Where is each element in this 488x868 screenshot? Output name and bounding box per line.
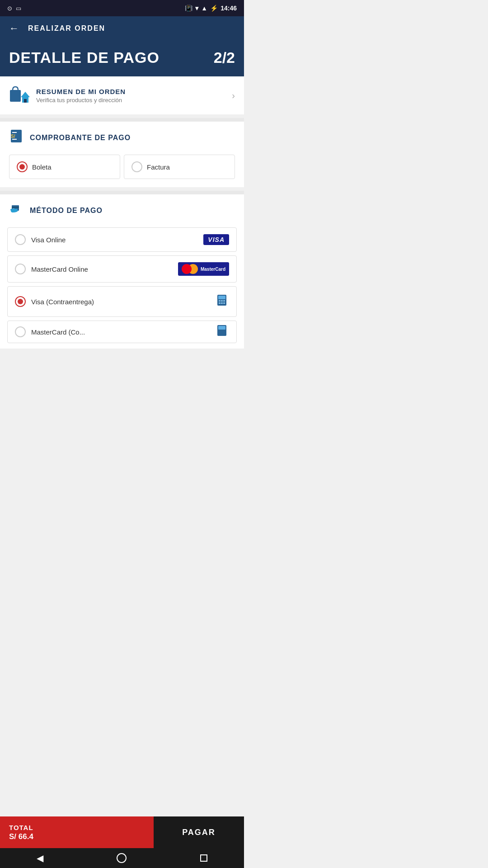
svg-rect-20 (218, 326, 225, 330)
factura-label: Factura (147, 163, 170, 171)
top-nav: ← REALIZAR ORDEN (0, 16, 244, 41)
battery-icon: ⚡ (210, 5, 218, 12)
page-header: DETALLE DE PAGO 2/2 (0, 41, 244, 76)
payment-methods-list: Visa Online VISA MasterCard Online Maste… (0, 224, 244, 349)
boleta-radio[interactable] (17, 161, 28, 172)
visa-contra-label: Visa (Contraentrega) (31, 298, 94, 306)
visa-online-radio[interactable] (15, 234, 26, 245)
svg-marker-1 (21, 92, 30, 97)
mc-circle-left (182, 264, 192, 274)
svg-text:S/: S/ (11, 134, 15, 139)
separator-1 (0, 118, 244, 122)
order-summary-subtitle: Verifica tus productos y dirección (36, 97, 232, 104)
mc-contra-label: MasterCard (Co... (31, 328, 85, 336)
comprobante-section: S/ COMPROBANTE DE PAGO Boleta Factura (0, 122, 244, 187)
svg-rect-16 (219, 302, 221, 304)
svg-rect-3 (24, 99, 27, 103)
factura-option[interactable]: Factura (124, 155, 235, 179)
status-icon-2: ▭ (16, 5, 21, 12)
visa-online-label: Visa Online (31, 236, 66, 244)
separator-2 (0, 191, 244, 194)
svg-rect-7 (12, 139, 17, 140)
page-title: DETALLE DE PAGO (9, 49, 160, 66)
mastercard-logo: MasterCard (178, 262, 229, 276)
back-button[interactable]: ← (9, 23, 19, 34)
visa-logo: VISA (203, 234, 229, 245)
mc-text: MasterCard (201, 267, 225, 272)
page-step: 2/2 (214, 49, 235, 66)
chevron-right-icon: › (232, 90, 235, 101)
metodo-pago-header: MÉTODO DE PAGO (0, 194, 244, 224)
visa-online-option[interactable]: Visa Online VISA (7, 227, 237, 252)
order-summary-text: RESUMEN DE MI ORDEN Verifica tus product… (36, 88, 232, 104)
wifi-icon: ▾ (195, 5, 198, 12)
mc-contra-left: MasterCard (Co... (15, 326, 85, 337)
order-summary-title: RESUMEN DE MI ORDEN (36, 88, 232, 95)
mastercard-online-option[interactable]: MasterCard Online MasterCard (7, 255, 237, 283)
order-summary-row[interactable]: RESUMEN DE MI ORDEN Verifica tus product… (0, 76, 244, 114)
payment-method-icon (9, 202, 23, 219)
mastercard-online-radio[interactable] (15, 264, 26, 274)
mastercard-online-label: MasterCard Online (31, 265, 88, 273)
signal-icon: ▲ (201, 5, 207, 12)
svg-rect-17 (221, 302, 223, 304)
svg-rect-9 (12, 207, 19, 208)
receipt-icon: S/ (9, 129, 23, 146)
svg-rect-5 (12, 132, 17, 133)
vibrate-icon: 📳 (185, 5, 192, 12)
order-summary-section: RESUMEN DE MI ORDEN Verifica tus product… (0, 76, 244, 114)
comprobante-header: S/ COMPROBANTE DE PAGO (0, 122, 244, 151)
nav-title: REALIZAR ORDEN (28, 24, 105, 33)
svg-rect-12 (218, 296, 225, 299)
bottom-spacer (0, 352, 244, 406)
bag-house-icon (9, 85, 30, 106)
visa-online-left: Visa Online (15, 234, 66, 245)
metodo-pago-title: MÉTODO DE PAGO (30, 207, 103, 215)
svg-rect-14 (221, 300, 223, 302)
status-icon-1: ⊙ (7, 5, 12, 12)
visa-contra-radio[interactable] (15, 296, 26, 307)
status-left: ⊙ ▭ (7, 5, 21, 12)
pos-terminal-icon-2 (215, 323, 229, 340)
metodo-pago-section: MÉTODO DE PAGO Visa Online VISA MasterCa… (0, 194, 244, 349)
visa-contra-left: Visa (Contraentrega) (15, 296, 94, 307)
comprobante-title: COMPROBANTE DE PAGO (30, 134, 131, 142)
status-right: 📳 ▾ ▲ ⚡ 14:46 (185, 5, 237, 12)
svg-rect-13 (219, 300, 221, 302)
mc-contra-radio[interactable] (15, 326, 26, 337)
boleta-label: Boleta (32, 163, 52, 171)
comprobante-options: Boleta Factura (0, 151, 244, 187)
svg-rect-15 (223, 300, 225, 302)
visa-contra-option[interactable]: Visa (Contraentrega) (7, 286, 237, 317)
clock: 14:46 (221, 5, 237, 12)
pos-terminal-icon (215, 293, 229, 310)
status-bar: ⊙ ▭ 📳 ▾ ▲ ⚡ 14:46 (0, 0, 244, 16)
mc-contra-option[interactable]: MasterCard (Co... (7, 321, 237, 343)
boleta-option[interactable]: Boleta (9, 155, 120, 179)
svg-rect-18 (223, 302, 225, 304)
mastercard-online-left: MasterCard Online (15, 264, 88, 274)
svg-rect-0 (10, 90, 21, 102)
factura-radio[interactable] (131, 161, 142, 172)
